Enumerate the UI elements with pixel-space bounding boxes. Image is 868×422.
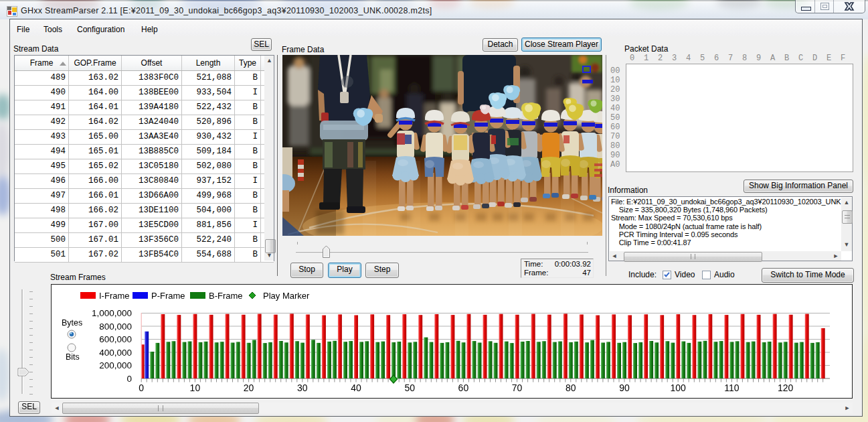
svg-text:20: 20	[244, 382, 254, 393]
svg-text:I-Frame: I-Frame	[99, 291, 130, 301]
svg-text:P-Frame: P-Frame	[151, 291, 185, 301]
svg-text:90: 90	[619, 382, 630, 393]
svg-text:110: 110	[724, 382, 740, 393]
svg-text:70: 70	[512, 382, 523, 393]
svg-text:Bits: Bits	[66, 352, 80, 362]
svg-text:B-Frame: B-Frame	[209, 291, 243, 301]
svg-text:40: 40	[351, 382, 361, 393]
svg-text:0: 0	[139, 382, 144, 393]
svg-text:50: 50	[404, 382, 415, 393]
svg-text:60: 60	[458, 382, 469, 393]
svg-text:0: 0	[126, 374, 132, 384]
svg-text:120: 120	[778, 382, 794, 393]
svg-text:30: 30	[297, 382, 308, 393]
svg-text:200,000: 200,000	[99, 360, 132, 370]
svg-text:800,000: 800,000	[99, 322, 132, 332]
svg-text:10: 10	[190, 382, 201, 393]
svg-text:Bytes: Bytes	[62, 318, 82, 328]
svg-text:600,000: 600,000	[99, 334, 132, 344]
svg-text:Play Marker: Play Marker	[263, 291, 310, 301]
svg-text:80: 80	[566, 382, 576, 393]
svg-text:400,000: 400,000	[99, 348, 132, 358]
svg-text:1,000,000: 1,000,000	[92, 308, 132, 318]
svg-text:100: 100	[671, 382, 687, 393]
